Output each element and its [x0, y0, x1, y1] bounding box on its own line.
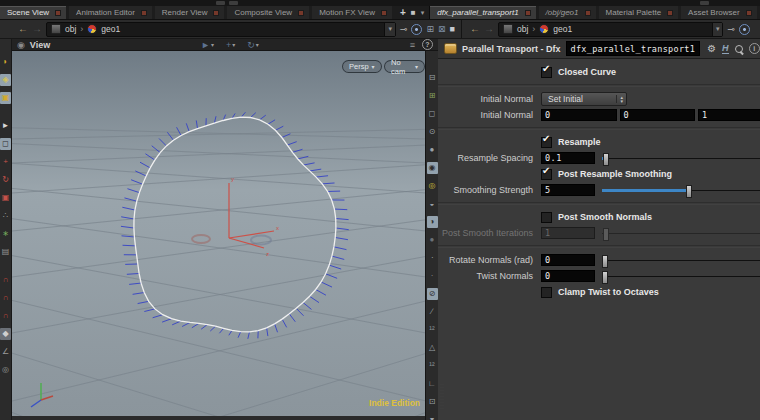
tab-marker-icon[interactable] [585, 10, 591, 16]
pane-splitter-handle[interactable] [700, 1, 709, 5]
move-tool-icon[interactable]: + [0, 156, 11, 168]
drag-mode-icon[interactable]: ↻▾ [247, 40, 259, 50]
checkbox[interactable]: ✔ [541, 212, 552, 223]
hq-lighting-icon[interactable]: ◒ [427, 198, 438, 210]
tab-obj-geo1[interactable]: /obj/geo1 [539, 6, 596, 19]
pane-splitter-handle[interactable] [229, 1, 238, 5]
slider-handle[interactable] [603, 153, 609, 166]
slider-handle[interactable] [602, 271, 608, 284]
vector-z-field[interactable]: 1 [698, 109, 760, 121]
tab-marker-icon[interactable] [55, 10, 61, 16]
path-dropdown-icon[interactable]: ▾ [384, 23, 395, 36]
display-objects-icon[interactable]: ● [427, 144, 438, 156]
tab-scene-view[interactable]: Scene View [0, 6, 66, 19]
view-menu-label[interactable]: View [30, 40, 50, 50]
point-numbers-icon[interactable]: ¹² [427, 324, 438, 336]
pin-icon[interactable]: ⊸ [727, 24, 735, 34]
camera-lock-icon[interactable]: ◻ [427, 108, 438, 120]
display-options-icon[interactable]: ≡ [410, 40, 415, 50]
tab-marker-icon[interactable] [213, 10, 219, 16]
tab-material-palette[interactable]: Material Palette [599, 6, 679, 19]
houdini-asset-icon[interactable]: H [722, 44, 729, 54]
view-menu-icon[interactable]: ◉ [17, 40, 25, 50]
vector-y-field[interactable]: 0 [620, 109, 696, 121]
pane-menu-caret-icon[interactable]: ▾ [421, 9, 425, 17]
param-value-field[interactable]: 0 [541, 254, 595, 266]
help-icon[interactable]: ? [422, 39, 433, 50]
tab-marker-icon[interactable] [667, 10, 673, 16]
tab-motion-fx-view[interactable]: Motion FX View [312, 6, 392, 19]
tab-marker-icon[interactable] [298, 10, 304, 16]
new-tab-button[interactable]: + [395, 6, 411, 19]
camera-projection-pill[interactable]: Persp ▾ [342, 60, 382, 73]
smooth-shaded-icon[interactable]: ● [427, 234, 438, 246]
pose-tool-icon[interactable]: ∴ [0, 210, 11, 222]
maximize-pane-icon[interactable]: ■ [411, 8, 416, 17]
spinner-icon[interactable]: ▴▾ [616, 95, 626, 103]
headlight-icon[interactable]: ◉ [427, 162, 438, 174]
more-icon[interactable]: ▾ [427, 414, 438, 420]
tab-dfx-parallel-transport1[interactable]: dfx_parallel_transport1 [430, 6, 535, 19]
group-select-icon[interactable]: ⊡ [427, 396, 438, 408]
breadcrumb[interactable]: obj › geo1 ▾ [46, 22, 396, 37]
scale-tool-icon[interactable]: ▣ [0, 192, 11, 204]
param-slider[interactable] [602, 152, 760, 165]
path-dropdown-icon[interactable]: ▾ [712, 23, 723, 36]
rotate-tool-icon[interactable]: ↻ [0, 174, 11, 186]
pane-layout-icon[interactable]: ■ [450, 24, 455, 34]
param-slider[interactable] [602, 270, 760, 283]
breadcrumb-obj[interactable]: obj [65, 24, 76, 34]
info-tool-icon[interactable]: ◎ [0, 364, 11, 376]
checkbox[interactable]: ✔ [541, 137, 552, 148]
camera-select-pill[interactable]: No cam ▾ [384, 60, 425, 73]
param-value-field[interactable]: 0 [541, 270, 595, 282]
snap-point-icon[interactable]: ∩ [0, 292, 11, 304]
show-points-icon[interactable]: ∙ [427, 252, 438, 264]
scene-viewport[interactable]: yxz Persp ▾ No cam ▾ Indie Edition [12, 51, 425, 416]
breadcrumb-obj[interactable]: obj [517, 24, 528, 34]
render-region-icon[interactable]: ⊞ [427, 90, 438, 102]
view-cube-icon[interactable]: ⊞ [426, 24, 434, 34]
handle-mode-icon[interactable]: +▾ [226, 40, 235, 50]
shelf-tool-box-icon[interactable]: ▣ [0, 92, 11, 104]
param-slider[interactable] [602, 184, 760, 197]
prim-numbers-icon[interactable]: ¹² [427, 360, 438, 372]
slider-handle[interactable] [602, 255, 608, 268]
point-markers-icon[interactable]: · [427, 270, 438, 282]
checkbox[interactable]: ✔ [541, 169, 552, 180]
param-value-field[interactable]: 5 [541, 184, 595, 196]
info-icon[interactable]: i [749, 43, 760, 54]
pane-splitter-handle[interactable] [216, 1, 225, 5]
snap-grid-icon[interactable]: ∩ [0, 274, 11, 286]
search-icon[interactable] [735, 45, 743, 53]
breadcrumb-geo1[interactable]: geo1 [553, 24, 572, 34]
snap-multi-icon[interactable]: ∩ [0, 310, 11, 322]
pin-icon[interactable]: ⊸ [400, 24, 408, 34]
measure-icon[interactable]: ∠ [0, 346, 11, 358]
shelf-tool-brush-icon[interactable]: ◗ [0, 56, 11, 68]
gear-icon[interactable]: ⚙ [707, 43, 716, 54]
forward-button[interactable]: → [484, 23, 494, 35]
follow-network-icon[interactable] [739, 24, 750, 35]
param-slider[interactable] [602, 254, 760, 267]
vertex-markers-icon[interactable]: ∕ [427, 306, 438, 318]
shelf-tool-points-icon[interactable]: ◈ [0, 74, 11, 86]
tab-asset-browser[interactable]: Asset Browser [681, 6, 757, 19]
tab-render-view[interactable]: Render View [155, 6, 225, 19]
tab-animation-editor[interactable]: Animation Editor [69, 6, 152, 19]
back-button[interactable]: ← [18, 23, 28, 35]
param-value-field[interactable]: 0.1 [541, 152, 595, 164]
node-name-input[interactable]: dfx_parallel_transport1 [566, 41, 701, 56]
corner-pivot-icon[interactable]: ∟ [427, 378, 438, 390]
vector-x-field[interactable]: 0 [541, 109, 617, 121]
display-materials-icon[interactable]: ◑ [427, 216, 438, 228]
breadcrumb-geo1[interactable]: geo1 [101, 24, 120, 34]
tab-marker-icon[interactable] [381, 10, 387, 16]
select-tool-icon[interactable]: ► [0, 120, 11, 132]
tab-marker-icon[interactable] [746, 10, 752, 16]
selection-mode-icon[interactable]: ◆ [0, 328, 11, 340]
tab-marker-icon[interactable] [525, 10, 531, 16]
splitter-grip[interactable] [440, 384, 444, 410]
viewport-canvas[interactable]: yxz [12, 51, 425, 416]
forward-button[interactable]: → [32, 23, 42, 35]
